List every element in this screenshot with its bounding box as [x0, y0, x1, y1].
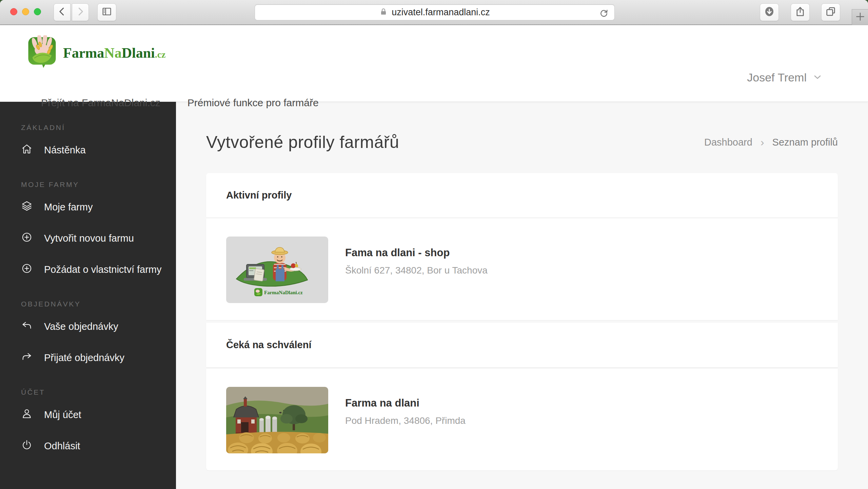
breadcrumb: Dashboard › Seznam profilů	[704, 136, 838, 149]
chevron-right-icon: ›	[761, 136, 764, 149]
sidebar-item-label: Můj účet	[44, 409, 81, 420]
zoom-window-button[interactable]	[34, 8, 41, 15]
profile-name: Fama na dlani - shop	[345, 247, 488, 259]
sidebar-item-label: Přijaté objednávky	[44, 352, 124, 363]
power-icon	[21, 439, 33, 453]
sidebar-section-objednavky: OBJEDNÁVKY Vaše objednávky Přijaté objed…	[0, 297, 176, 373]
brand-logotype: FarmaNaDlani.cz	[63, 45, 166, 61]
profile-row-fama-na-dlani-shop[interactable]: FarmaNaDlani.cz Fama na dlani - shop Ško…	[206, 218, 838, 320]
tabs-icon	[825, 6, 836, 19]
tab-overview-button[interactable]	[821, 3, 840, 21]
chevron-left-icon	[57, 6, 67, 19]
sidebar-item-label: Nástěnka	[44, 145, 86, 156]
profile-image-barn-photo	[226, 387, 328, 453]
url-text: uzivatel.farmanadlani.cz	[392, 7, 490, 18]
user-menu[interactable]: Josef Treml	[747, 71, 823, 84]
nav-link-premium-features[interactable]: Prémiové funkce pro farmáře	[188, 97, 319, 109]
mini-logo-text: FarmaNaDlani.cz	[264, 290, 303, 295]
download-icon	[763, 5, 775, 19]
sidebar-item-nastenka[interactable]: Nástěnka	[0, 134, 176, 166]
chevron-down-icon	[812, 72, 823, 84]
plus-circle-icon	[21, 231, 33, 245]
home-icon	[21, 143, 33, 157]
sidebar-section-label: ZÁKLADNÍ	[0, 121, 176, 134]
window-controls	[10, 8, 41, 15]
back-button[interactable]	[54, 3, 71, 21]
brand-logo[interactable]: FarmaNaDlani.cz	[28, 35, 166, 71]
share-button[interactable]	[791, 3, 810, 21]
profile-row-farma-na-dlani[interactable]: Farma na dlani Pod Hradem, 34806, Přimda	[206, 369, 838, 470]
user-icon	[21, 408, 33, 422]
laptop	[244, 264, 267, 281]
plus-icon	[855, 11, 866, 23]
profiles-card: Aktivní profily	[206, 173, 838, 470]
sidebar-item-prijate-objednavky[interactable]: Přijaté objednávky	[0, 342, 176, 373]
section-pending-approval-header: Čeká na schválení	[206, 323, 838, 367]
profile-address: Školní 627, 34802, Bor u Tachova	[345, 265, 488, 276]
sidebar-section-zakladni: ZÁKLADNÍ Nástěnka	[0, 121, 176, 166]
downloads-button[interactable]	[760, 3, 779, 21]
sidebar-item-label: Moje farmy	[44, 202, 93, 213]
breadcrumb-current: Seznam profilů	[772, 137, 838, 148]
section-gap	[206, 320, 838, 323]
sidebar-item-vase-objednavky[interactable]: Vaše objednávky	[0, 311, 176, 342]
forward-button[interactable]	[72, 3, 89, 21]
section-header: Čeká na schválení	[206, 323, 838, 367]
user-name: Josef Treml	[747, 71, 807, 84]
section-active-profiles-header: Aktivní profily	[206, 173, 838, 218]
profile-name: Farma na dlani	[345, 397, 466, 409]
sidebar-section-label: MOJE FARMY	[0, 178, 176, 191]
forward-arrow-icon	[21, 351, 33, 365]
close-window-button[interactable]	[10, 8, 17, 15]
sidebar-item-vytvorit-novou-farmu[interactable]: Vytvořit novou farmu	[0, 223, 176, 254]
sidebar-panel-icon	[101, 6, 113, 19]
plus-circle-icon	[21, 263, 33, 277]
sidebar-item-pozadat-o-vlastnictvi[interactable]: Požádat o vlastnictví farmy	[0, 254, 176, 285]
minimize-window-button[interactable]	[22, 8, 29, 15]
nav-link-go-to-farmanadlani[interactable]: Přejít na FarmaNaDlani.cz	[41, 97, 160, 109]
sidebar-item-label: Vaše objednávky	[44, 321, 118, 332]
browser-toolbar: uzivatel.farmanadlani.cz	[0, 0, 868, 25]
new-tab-button[interactable]	[852, 9, 868, 25]
sidebar-section-moje-farmy: MOJE FARMY Moje farmy Vytvořit novou far…	[0, 178, 176, 285]
chevron-right-icon	[75, 6, 85, 19]
browser-window: uzivatel.farmanadlani.cz	[0, 0, 868, 489]
main-content: Vytvořené profily farmářů Dashboard › Se…	[176, 102, 868, 489]
sidebar-section-label: OBJEDNÁVKY	[0, 297, 176, 311]
profile-image-farmer-cartoon: FarmaNaDlani.cz	[226, 237, 328, 303]
reply-arrow-icon	[21, 320, 33, 334]
layers-icon	[21, 200, 33, 214]
sidebar-section-ucet: ÚČET Můj účet Odhlásit	[0, 385, 176, 462]
breadcrumb-dashboard[interactable]: Dashboard	[704, 137, 752, 148]
page-title: Vytvořené profily farmářů	[206, 132, 399, 152]
header-nav: Přejít na FarmaNaDlani.cz Prémiové funkc…	[41, 97, 319, 109]
sidebar: ZÁKLADNÍ Nástěnka MOJE FARMY Moje farmy	[0, 102, 176, 489]
address-bar[interactable]: uzivatel.farmanadlani.cz	[255, 4, 615, 20]
silos	[259, 416, 277, 433]
sidebar-item-label: Požádat o vlastnictví farmy	[44, 264, 162, 275]
sidebar-item-odhlasit[interactable]: Odhlásit	[0, 430, 176, 462]
sidebar-section-label: ÚČET	[0, 385, 176, 399]
farmanadlani-logo-icon	[28, 35, 59, 71]
sidebar-item-label: Odhlásit	[44, 440, 80, 452]
lock-icon	[379, 7, 388, 18]
sidebar-item-muj-ucet[interactable]: Můj účet	[0, 399, 176, 430]
section-header: Aktivní profily	[206, 173, 838, 218]
profile-address: Pod Hradem, 34806, Přimda	[345, 415, 466, 426]
app-header: FarmaNaDlani.cz Přejít na FarmaNaDlani.c…	[0, 25, 868, 102]
reload-button[interactable]	[598, 7, 610, 19]
sidebar-item-moje-farmy[interactable]: Moje farmy	[0, 191, 176, 223]
sidebar-item-label: Vytvořit novou farmu	[44, 233, 134, 244]
sidebar-toggle-button[interactable]	[97, 3, 116, 21]
share-icon	[794, 6, 806, 19]
